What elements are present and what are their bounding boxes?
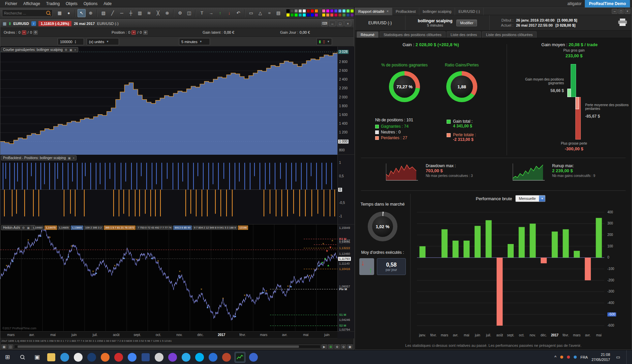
unit-dropdown[interactable]: (x) unités ▼	[87, 38, 119, 45]
nav-tab-3[interactable]: Liste des ordres	[447, 31, 481, 38]
palette-color-swatch[interactable]	[334, 9, 338, 13]
window-icon[interactable]: ▣	[27, 226, 30, 230]
window-menu-icon[interactable]: ▦	[3, 21, 6, 26]
palette-color-swatch[interactable]	[310, 13, 314, 17]
close-button[interactable]: ×	[344, 21, 351, 26]
channel-tool-icon[interactable]: ▥	[136, 9, 144, 17]
wrench-icon[interactable]: ⚙	[65, 48, 67, 52]
buy-arrow-icon[interactable]: ↑	[216, 9, 224, 17]
palette-color-swatch[interactable]	[338, 9, 342, 13]
zoom-out-icon[interactable]: ⊖	[341, 344, 346, 349]
horizontal-scrollbar[interactable]	[14, 345, 321, 348]
stepper-arrows-icon[interactable]: ▲▼	[74, 40, 77, 44]
taskbar-app-edge-browser[interactable]	[60, 352, 70, 362]
palette-color-swatch[interactable]	[322, 9, 326, 13]
cross-tool-icon[interactable]: ┼	[127, 9, 135, 17]
zoom-in-icon[interactable]: ⊕	[334, 344, 340, 349]
cancel-orders-icon[interactable]: ×	[22, 30, 26, 35]
modify-button[interactable]: Modifier	[456, 20, 477, 26]
maximize-button[interactable]: □	[337, 21, 343, 26]
chart-window-titlebar[interactable]: ▦ ▮ EURUSD i 1,11819 (-0,28%) 26 mai 201…	[0, 19, 354, 28]
taskbar-app-firefox-browser[interactable]	[100, 352, 110, 362]
palette-color-swatch[interactable]	[314, 9, 318, 13]
cursor-tool-icon[interactable]: ↖	[78, 9, 86, 17]
palette-color-swatch[interactable]	[342, 9, 346, 13]
close-button[interactable]: ×	[625, 9, 630, 14]
indicator-tool-icon[interactable]: ▤	[274, 9, 282, 17]
layout-icon[interactable]: ▦	[1, 344, 7, 349]
close-icon[interactable]: ×	[73, 156, 74, 160]
taskbar-app-telegram[interactable]	[181, 352, 191, 362]
menu-fichier[interactable]: Fichier	[2, 1, 20, 7]
nav-tab-1[interactable]: Résumé	[357, 31, 379, 38]
menu-trading[interactable]: Trading	[43, 1, 63, 7]
workspace-grid-icon[interactable]: ▦	[56, 9, 64, 17]
notifications-button[interactable]: ▭	[614, 350, 623, 364]
nav-tab-2[interactable]: Statistiques des positions clôturées	[380, 31, 446, 38]
positions-panel-title[interactable]: ProBacktest - Positions: bollinger scalp…	[1, 155, 77, 160]
close-icon[interactable]: ×	[74, 48, 76, 52]
wrench-icon[interactable]: ⚙	[22, 226, 25, 230]
nav-tab-4[interactable]: Liste des positions clôturées	[482, 31, 537, 38]
price-panel-title[interactable]: Heikin-Ashi ⚙ ▣ ×	[1, 225, 35, 230]
palette-color-swatch[interactable]	[290, 9, 294, 13]
arrow-tool-icon[interactable]: →	[207, 9, 215, 17]
search-input[interactable]	[4, 11, 46, 15]
positions-axis[interactable]: 10,50-0,5-1	[337, 155, 354, 224]
quantity-stepper[interactable]: 100000 ▲▼	[58, 38, 84, 45]
palette-color-swatch[interactable]	[350, 9, 354, 13]
palette-color-swatch[interactable]	[302, 9, 306, 13]
palette-color-swatch[interactable]	[306, 13, 310, 17]
minimize-button[interactable]: –	[329, 21, 336, 26]
palette-color-swatch[interactable]	[286, 13, 290, 17]
palette-color-swatch[interactable]	[298, 13, 302, 17]
minimize-button[interactable]: –	[612, 9, 618, 14]
start-button[interactable]: ⊞	[0, 350, 15, 364]
taskbar-app-chromium-browser[interactable]	[127, 352, 137, 362]
delete-tool-icon[interactable]: ⊗	[163, 9, 171, 17]
palette-color-swatch[interactable]	[298, 9, 302, 13]
text-tool-icon[interactable]: T	[198, 9, 206, 17]
palette-color-swatch[interactable]	[306, 9, 310, 13]
language-indicator[interactable]: FRA	[580, 355, 588, 359]
orders-settings-icon[interactable]: ⚙	[33, 30, 38, 35]
performance-chart[interactable]	[417, 207, 604, 331]
palette-color-swatch[interactable]	[302, 13, 306, 17]
triangle-tool-icon[interactable]: △	[256, 9, 264, 17]
search-button[interactable]	[15, 350, 30, 364]
palette-color-swatch[interactable]	[338, 13, 342, 17]
menu-affichage[interactable]: Affichage	[20, 1, 43, 7]
clock[interactable]: 21:08 27/05/2017	[592, 352, 610, 362]
scroll-right-icon[interactable]: ▶	[322, 344, 327, 349]
palette-color-swatch[interactable]	[322, 13, 326, 17]
snapshot-icon[interactable]: ◫	[8, 344, 13, 349]
scrollbar-thumb[interactable]	[18, 345, 299, 348]
position-search-icon[interactable]: ⊕	[143, 30, 148, 35]
taskbar-app-chrome-browser[interactable]	[73, 352, 83, 362]
price-chart[interactable]: ××××××××××××××××▲▲▲▼▼××	[0, 224, 337, 332]
wave-tool-icon[interactable]: ≈	[265, 9, 273, 17]
menu-aide[interactable]: Aide	[100, 1, 115, 7]
taskbar-app-app-blue[interactable]	[208, 352, 218, 362]
palette-color-swatch[interactable]	[286, 9, 290, 13]
chart-style-button[interactable]: ▮ ▯ ▼	[317, 38, 332, 45]
rectangle-tool-icon[interactable]: ▭	[247, 9, 255, 17]
report-tab-1[interactable]: Rapport détaillé×	[355, 8, 392, 15]
timeframe-dropdown[interactable]: 5 minutes ▼	[179, 38, 210, 45]
sell-arrow-icon[interactable]: ↓	[225, 9, 233, 17]
search-box[interactable]	[2, 9, 53, 17]
taskbar-app-app-purple[interactable]	[168, 352, 178, 362]
print-icon[interactable]	[618, 19, 627, 27]
brush-tool-icon[interactable]: ▧	[99, 9, 108, 17]
account-icon[interactable]: ●	[65, 9, 73, 17]
task-view-button[interactable]: ▣	[30, 350, 44, 364]
split-tool-icon[interactable]: ◫	[185, 9, 193, 17]
report-tab-3[interactable]: bollinger scalping	[419, 8, 455, 15]
menu-objets[interactable]: Objets	[63, 1, 81, 7]
tab-close-icon[interactable]: ×	[387, 9, 389, 13]
maximize-button[interactable]: □	[618, 9, 624, 14]
taskbar-app-app-red[interactable]	[221, 352, 232, 362]
tray-app-icon[interactable]	[560, 356, 563, 359]
equity-chart[interactable]	[0, 47, 337, 155]
settings-gear-icon[interactable]: ⚙	[176, 9, 184, 17]
